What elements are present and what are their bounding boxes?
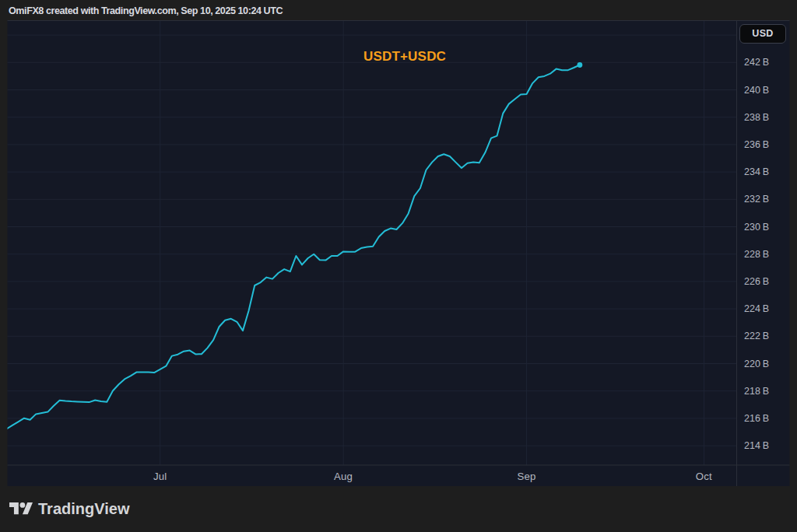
time-axis-label: Sep	[518, 471, 536, 482]
price-axis-label: 230 B	[744, 222, 769, 233]
series-label: USDT+USDC	[363, 49, 446, 65]
time-axis-label: Oct	[696, 471, 712, 482]
price-axis-label: 218 B	[744, 386, 769, 397]
price-axis-label: 222 B	[744, 331, 769, 341]
price-axis-label: 226 B	[744, 276, 769, 287]
price-axis-label: 220 B	[744, 359, 769, 369]
price-axis-label: 238 B	[744, 112, 769, 123]
price-axis-label: 234 B	[744, 166, 769, 177]
series-endpoint-marker	[578, 62, 583, 68]
time-axis-label: Jul	[153, 471, 167, 482]
attribution-text: OmiFX8 created with TradingView.com, Sep…	[9, 2, 283, 20]
price-axis-label: 224 B	[744, 303, 769, 314]
tradingview-footer[interactable]: TradingView	[9, 501, 129, 516]
snapshot-page: {"page":{"background":"#1e1e1e"},"header…	[0, 0, 797, 532]
price-axis-label: 242 B	[744, 57, 769, 68]
price-axis-label: 236 B	[744, 139, 769, 150]
price-axis-label: 214 B	[744, 440, 769, 451]
price-axis-label: 216 B	[744, 413, 769, 424]
price-axis-label: 232 B	[744, 194, 769, 205]
price-axis-label: 240 B	[744, 85, 769, 96]
currency-badge-label: USD	[752, 28, 773, 39]
tradingview-brand-text: TradingView	[38, 500, 129, 518]
price-axis-label: 228 B	[744, 249, 769, 260]
time-axis-label: Aug	[334, 471, 353, 482]
currency-badge[interactable]: USD	[739, 24, 786, 44]
chart-canvas[interactable]	[0, 0, 797, 532]
tradingview-logo-icon	[9, 502, 33, 514]
